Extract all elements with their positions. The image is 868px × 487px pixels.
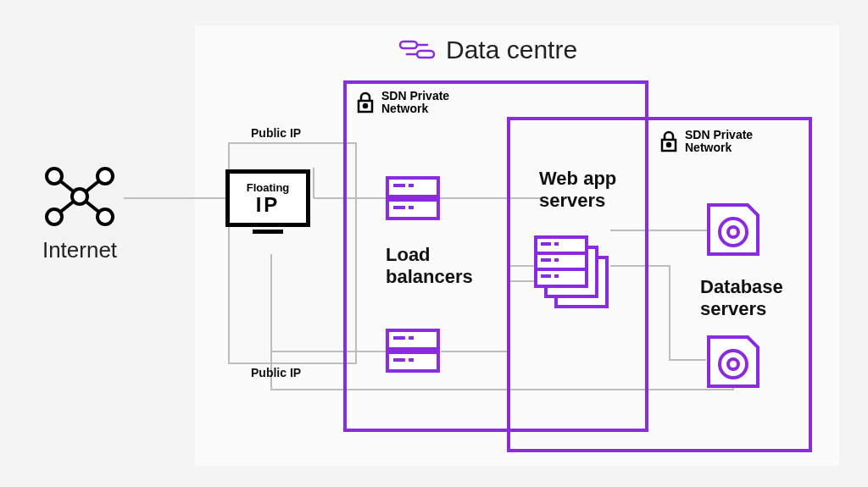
svg-point-49	[728, 227, 738, 237]
svg-point-18	[47, 209, 62, 224]
floating-ip-block: Floating IP	[225, 169, 310, 234]
title-row: Data centre	[398, 36, 577, 64]
svg-rect-33	[393, 336, 405, 340]
lock-icon	[659, 130, 678, 152]
svg-point-51	[728, 359, 738, 369]
floating-ip-monitor: Floating IP	[225, 169, 310, 227]
svg-rect-29	[393, 206, 405, 209]
internet-label: Internet	[41, 237, 119, 263]
svg-rect-34	[409, 336, 414, 340]
svg-point-20	[72, 189, 87, 204]
diagram-canvas: Data centre Internet Floating IP Public …	[0, 0, 868, 487]
svg-rect-10	[400, 42, 417, 48]
sdn-right-block: SDN Private Network	[659, 129, 753, 155]
title-text: Data centre	[446, 36, 577, 64]
svg-point-24	[667, 143, 670, 147]
sdn-left-text: SDN Private Network	[381, 90, 449, 116]
web-app-servers-icon	[531, 232, 612, 313]
database-1-icon	[705, 202, 761, 257]
load-balancer-1-icon	[386, 176, 440, 220]
svg-point-22	[364, 104, 367, 108]
svg-rect-46	[541, 274, 551, 278]
sdn-left-block: SDN Private Network	[356, 90, 449, 116]
svg-rect-30	[409, 206, 414, 209]
svg-rect-43	[554, 242, 559, 246]
svg-rect-44	[541, 258, 551, 262]
svg-rect-47	[554, 274, 559, 278]
floating-ip-l1: Floating	[247, 182, 290, 193]
database-servers-label: Database servers	[700, 276, 802, 320]
internet-block: Internet	[41, 166, 119, 263]
public-ip-top-label: Public IP	[251, 126, 301, 140]
public-ip-bottom-label: Public IP	[251, 366, 301, 379]
database-2-icon	[705, 334, 761, 390]
load-balancers-label: Load balancers	[386, 244, 487, 288]
svg-rect-45	[554, 258, 559, 262]
internet-icon	[41, 166, 119, 227]
lock-icon	[356, 91, 375, 113]
floating-ip-l2: IP	[256, 195, 281, 215]
datacentre-icon	[398, 39, 436, 61]
svg-rect-28	[409, 184, 414, 187]
svg-point-17	[97, 169, 113, 184]
svg-rect-42	[541, 242, 551, 246]
web-app-servers-label: Web app servers	[539, 168, 641, 212]
svg-point-19	[97, 209, 113, 224]
monitor-stand	[253, 230, 283, 234]
svg-rect-36	[409, 358, 414, 362]
load-balancer-2-icon	[386, 329, 440, 373]
svg-rect-27	[393, 184, 405, 187]
sdn-right-text: SDN Private Network	[685, 129, 753, 155]
svg-rect-12	[417, 51, 434, 58]
svg-point-16	[47, 169, 62, 184]
svg-rect-35	[393, 358, 405, 362]
